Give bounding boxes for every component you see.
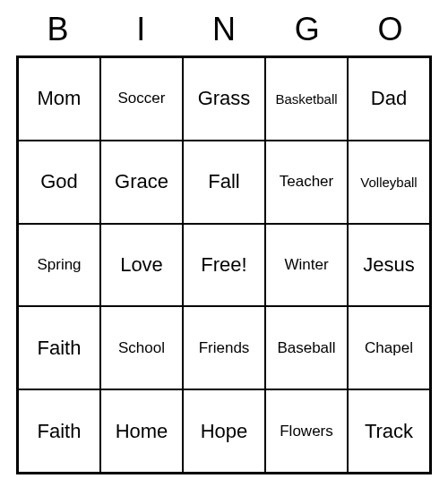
bingo-row: Faith Home Hope Flowers Track (18, 389, 430, 473)
bingo-row: Spring Love Free! Winter Jesus (18, 224, 430, 307)
bingo-row: God Grace Fall Teacher Volleyball (18, 141, 430, 224)
bingo-cell[interactable]: Winter (265, 224, 348, 307)
bingo-cell[interactable]: Faith (18, 389, 100, 473)
bingo-row: Mom Soccer Grass Basketball Dad (18, 57, 430, 141)
bingo-cell[interactable]: Fall (183, 141, 265, 224)
bingo-cell[interactable]: Faith (18, 306, 100, 389)
bingo-header: B I N G O (16, 11, 432, 48)
bingo-cell[interactable]: Flowers (265, 389, 348, 473)
bingo-cell[interactable]: Basketball (265, 57, 348, 141)
bingo-cell[interactable]: Grace (100, 141, 183, 224)
bingo-cell-free[interactable]: Free! (183, 224, 265, 307)
bingo-cell[interactable]: Mom (18, 57, 100, 141)
bingo-cell[interactable]: Baseball (265, 306, 348, 389)
bingo-cell[interactable]: Jesus (348, 224, 430, 307)
bingo-cell[interactable]: Track (348, 389, 430, 473)
header-letter-n: N (183, 11, 266, 48)
bingo-cell[interactable]: Home (100, 389, 183, 473)
header-letter-g: G (265, 11, 349, 48)
bingo-cell[interactable]: Soccer (100, 57, 183, 141)
bingo-cell[interactable]: Love (100, 224, 183, 307)
bingo-cell[interactable]: God (18, 141, 100, 224)
bingo-row: Faith School Friends Baseball Chapel (18, 306, 430, 389)
bingo-cell[interactable]: Grass (183, 57, 265, 141)
header-letter-i: I (99, 11, 183, 48)
bingo-cell[interactable]: School (100, 306, 183, 389)
bingo-cell[interactable]: Chapel (348, 306, 430, 389)
bingo-cell[interactable]: Dad (348, 57, 430, 141)
bingo-cell[interactable]: Friends (183, 306, 265, 389)
header-letter-b: B (16, 11, 99, 48)
bingo-grid: Mom Soccer Grass Basketball Dad God Grac… (16, 56, 432, 474)
bingo-cell[interactable]: Spring (18, 224, 100, 307)
bingo-cell[interactable]: Hope (183, 389, 265, 473)
header-letter-o: O (349, 11, 432, 48)
bingo-cell[interactable]: Volleyball (348, 141, 430, 224)
bingo-cell[interactable]: Teacher (265, 141, 348, 224)
